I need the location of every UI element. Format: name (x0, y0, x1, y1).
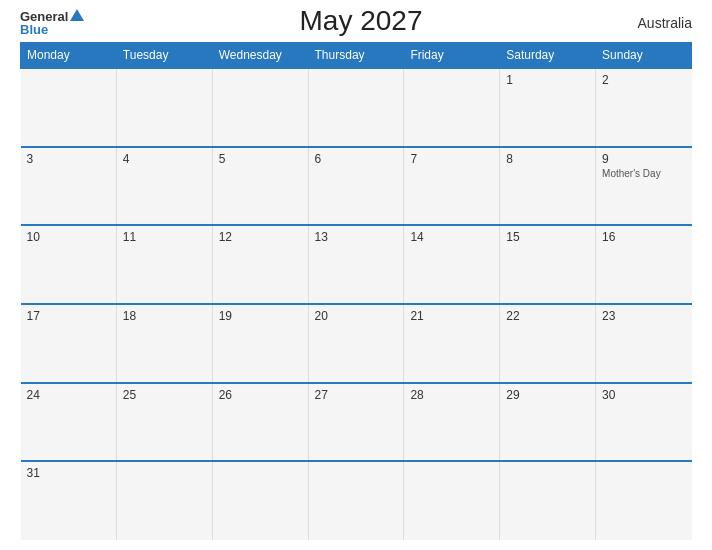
header: General Blue May 2027 Australia (20, 10, 692, 36)
day-number: 28 (410, 388, 493, 402)
day-number: 8 (506, 152, 589, 166)
day-number: 25 (123, 388, 206, 402)
day-number: 14 (410, 230, 493, 244)
calendar-cell: 18 (116, 304, 212, 383)
day-number: 17 (27, 309, 110, 323)
calendar-cell: 27 (308, 383, 404, 462)
calendar-cell: 29 (500, 383, 596, 462)
calendar-cell: 11 (116, 225, 212, 304)
calendar-cell: 19 (212, 304, 308, 383)
event-label: Mother's Day (602, 168, 685, 179)
logo: General Blue (20, 10, 84, 36)
calendar-cell: 1 (500, 68, 596, 147)
calendar-cell: 9Mother's Day (596, 147, 692, 226)
week-row-1: 3456789Mother's Day (21, 147, 692, 226)
calendar-cell: 30 (596, 383, 692, 462)
calendar-cell: 16 (596, 225, 692, 304)
calendar-cell: 24 (21, 383, 117, 462)
calendar-cell: 31 (21, 461, 117, 540)
calendar-cell (404, 461, 500, 540)
month-title: May 2027 (299, 5, 422, 37)
calendar-cell: 28 (404, 383, 500, 462)
weekday-header-saturday: Saturday (500, 43, 596, 69)
calendar-cell (308, 461, 404, 540)
week-row-2: 10111213141516 (21, 225, 692, 304)
day-number: 3 (27, 152, 110, 166)
week-row-4: 24252627282930 (21, 383, 692, 462)
weekday-header-monday: Monday (21, 43, 117, 69)
logo-flag-icon (70, 9, 84, 21)
calendar-cell: 15 (500, 225, 596, 304)
weekday-header-friday: Friday (404, 43, 500, 69)
calendar-cell (308, 68, 404, 147)
calendar-cell: 8 (500, 147, 596, 226)
day-number: 5 (219, 152, 302, 166)
day-number: 31 (27, 466, 110, 480)
calendar-cell: 12 (212, 225, 308, 304)
calendar-cell (212, 68, 308, 147)
day-number: 10 (27, 230, 110, 244)
week-row-0: 12 (21, 68, 692, 147)
country-label: Australia (638, 15, 692, 31)
logo-blue-text: Blue (20, 23, 48, 36)
calendar-cell: 20 (308, 304, 404, 383)
day-number: 15 (506, 230, 589, 244)
day-number: 30 (602, 388, 685, 402)
day-number: 29 (506, 388, 589, 402)
day-number: 13 (315, 230, 398, 244)
calendar-cell: 17 (21, 304, 117, 383)
week-row-3: 17181920212223 (21, 304, 692, 383)
calendar-cell (116, 68, 212, 147)
day-number: 27 (315, 388, 398, 402)
day-number: 4 (123, 152, 206, 166)
day-number: 9 (602, 152, 685, 166)
calendar-cell (116, 461, 212, 540)
calendar-cell: 21 (404, 304, 500, 383)
weekday-header-sunday: Sunday (596, 43, 692, 69)
calendar-cell: 2 (596, 68, 692, 147)
calendar-cell: 5 (212, 147, 308, 226)
calendar-cell (500, 461, 596, 540)
calendar-cell (21, 68, 117, 147)
calendar-cell: 7 (404, 147, 500, 226)
calendar-cell: 4 (116, 147, 212, 226)
calendar-cell: 23 (596, 304, 692, 383)
day-number: 7 (410, 152, 493, 166)
day-number: 6 (315, 152, 398, 166)
calendar-cell: 3 (21, 147, 117, 226)
day-number: 18 (123, 309, 206, 323)
calendar-cell: 22 (500, 304, 596, 383)
day-number: 20 (315, 309, 398, 323)
day-number: 12 (219, 230, 302, 244)
day-number: 2 (602, 73, 685, 87)
calendar-cell: 14 (404, 225, 500, 304)
day-number: 22 (506, 309, 589, 323)
day-number: 16 (602, 230, 685, 244)
calendar-cell: 25 (116, 383, 212, 462)
day-number: 1 (506, 73, 589, 87)
day-number: 11 (123, 230, 206, 244)
calendar-cell (404, 68, 500, 147)
weekday-header-wednesday: Wednesday (212, 43, 308, 69)
calendar: MondayTuesdayWednesdayThursdayFridaySatu… (20, 42, 692, 540)
calendar-cell (596, 461, 692, 540)
calendar-cell: 10 (21, 225, 117, 304)
weekday-header-row: MondayTuesdayWednesdayThursdayFridaySatu… (21, 43, 692, 69)
day-number: 19 (219, 309, 302, 323)
calendar-cell: 6 (308, 147, 404, 226)
day-number: 21 (410, 309, 493, 323)
calendar-cell: 13 (308, 225, 404, 304)
week-row-5: 31 (21, 461, 692, 540)
weekday-header-thursday: Thursday (308, 43, 404, 69)
day-number: 24 (27, 388, 110, 402)
day-number: 26 (219, 388, 302, 402)
calendar-cell (212, 461, 308, 540)
weekday-header-tuesday: Tuesday (116, 43, 212, 69)
day-number: 23 (602, 309, 685, 323)
calendar-cell: 26 (212, 383, 308, 462)
